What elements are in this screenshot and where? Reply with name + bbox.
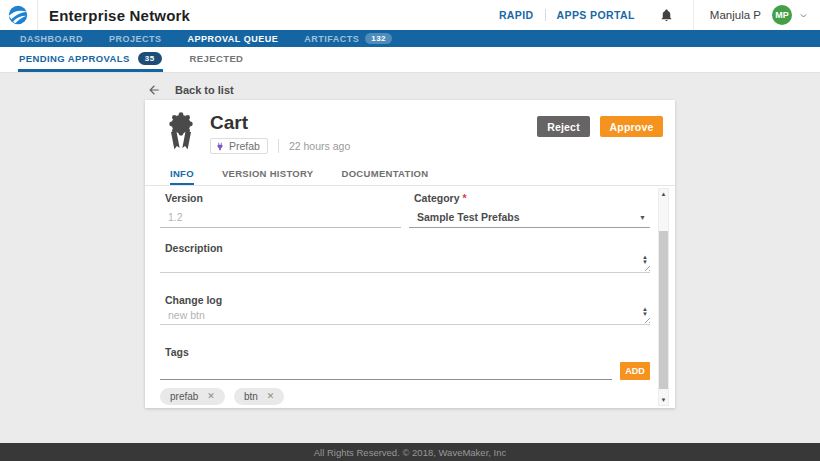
changelog-label: Change log — [165, 294, 650, 306]
card-title-block: Cart Prefab 22 hours ago — [210, 112, 350, 164]
form-row-version-category: Version 1.2 Category* Sample Test Prefab… — [160, 192, 650, 228]
wavemaker-logo-icon[interactable] — [8, 5, 28, 25]
content-area: Back to list Cart — [0, 73, 820, 443]
artifact-meta: Prefab 22 hours ago — [210, 138, 350, 154]
plug-icon — [215, 141, 225, 151]
version-label: Version — [165, 192, 401, 204]
nav-item-projects[interactable]: PROJECTS — [109, 34, 162, 44]
info-form: Version 1.2 Category* Sample Test Prefab… — [145, 186, 675, 408]
approval-card: Cart Prefab 22 hours ago Reject — [145, 100, 675, 408]
remove-tag-icon[interactable]: ✕ — [267, 392, 275, 401]
header-right: RAPID APPS PORTAL Manjula P MP — [488, 0, 808, 30]
artifacts-count-badge: 132 — [365, 33, 392, 44]
action-buttons: Reject Approve — [537, 112, 663, 164]
app-title: Enterprise Network — [49, 7, 190, 24]
top-header: Enterprise Network RAPID APPS PORTAL Man… — [0, 0, 820, 30]
version-input: 1.2 — [160, 206, 401, 228]
type-badge: Prefab — [210, 138, 268, 154]
tag-chips: prefab ✕ btn ✕ — [160, 388, 650, 405]
chevron-down-icon — [799, 11, 808, 20]
user-menu[interactable]: Manjula P MP — [710, 5, 808, 25]
tags-label: Tags — [165, 346, 650, 358]
stepper-down-icon: ▼ — [642, 312, 648, 317]
tags-row: ADD — [160, 362, 650, 380]
notifications-button[interactable] — [660, 8, 673, 22]
bell-icon — [660, 8, 673, 22]
tab-version-history[interactable]: VERSION HISTORY — [222, 164, 314, 185]
description-textarea[interactable]: ▲▼ — [160, 256, 650, 273]
description-label: Description — [165, 242, 650, 254]
sub-nav: PENDING APPROVALS 35 REJECTED — [0, 47, 820, 73]
tag-chip: btn ✕ — [234, 388, 284, 405]
tab-info[interactable]: INFO — [170, 164, 194, 185]
stepper-down-icon: ▼ — [642, 260, 648, 265]
stepper-icons[interactable]: ▲▼ — [642, 307, 648, 317]
pending-count-badge: 35 — [138, 52, 162, 65]
tab-documentation[interactable]: DOCUMENTATION — [342, 164, 429, 185]
scrollbar-thumb[interactable] — [659, 231, 668, 389]
category-select[interactable]: Sample Test Prefabs ▼ — [409, 206, 650, 228]
user-divider — [693, 0, 694, 30]
form-fields: Version 1.2 Category* Sample Test Prefab… — [160, 186, 650, 405]
timestamp: 22 hours ago — [289, 140, 350, 152]
required-marker: * — [463, 192, 467, 204]
avatar: MP — [772, 5, 792, 25]
version-field-group: Version 1.2 — [160, 192, 401, 228]
tag-chip: prefab ✕ — [160, 388, 225, 405]
copyright-text: All Rights Reserved. © 2018, WaveMaker, … — [314, 447, 507, 458]
caret-down-icon: ▼ — [639, 214, 646, 221]
reject-button[interactable]: Reject — [537, 116, 590, 137]
nav-item-dashboard[interactable]: DASHBOARD — [20, 34, 83, 44]
changelog-textarea[interactable]: new btn ▲▼ — [160, 308, 650, 325]
tab-pending-approvals[interactable]: PENDING APPROVALS 35 — [18, 47, 163, 72]
category-field-group: Category* Sample Test Prefabs ▼ — [409, 192, 650, 228]
meta-divider — [278, 139, 279, 153]
page-footer: All Rights Reserved. © 2018, WaveMaker, … — [0, 443, 820, 461]
main-nav: DASHBOARD PROJECTS APPROVAL QUEUE ARTIFA… — [0, 30, 820, 47]
nav-item-approval-queue[interactable]: APPROVAL QUEUE — [188, 34, 279, 44]
nav-item-artifacts[interactable]: ARTIFACTS 132 — [304, 33, 392, 44]
changelog-field-group: Change log new btn ▲▼ — [160, 294, 650, 325]
form-scrollbar[interactable]: ▲ ▼ — [658, 188, 669, 406]
page: Enterprise Network RAPID APPS PORTAL Man… — [0, 0, 820, 461]
tags-input[interactable] — [160, 363, 612, 380]
add-tag-button[interactable]: ADD — [620, 362, 650, 380]
header-divider — [37, 0, 38, 30]
award-ribbon-icon — [165, 112, 197, 152]
tab-rejected[interactable]: REJECTED — [189, 47, 245, 72]
scroll-up-icon[interactable]: ▲ — [659, 189, 668, 199]
user-name: Manjula P — [710, 9, 761, 21]
artifact-title: Cart — [210, 112, 350, 134]
stepper-icons[interactable]: ▲▼ — [642, 255, 648, 265]
tags-field-group: Tags ADD prefab ✕ btn ✕ — [160, 346, 650, 405]
scroll-down-icon[interactable]: ▼ — [659, 395, 668, 405]
approve-button[interactable]: Approve — [600, 116, 663, 137]
card-header: Cart Prefab 22 hours ago Reject — [145, 100, 675, 164]
apps-portal-link[interactable]: APPS PORTAL — [546, 9, 646, 21]
description-field-group: Description ▲▼ — [160, 242, 650, 273]
back-arrow-icon — [147, 83, 161, 97]
category-label: Category* — [414, 192, 650, 204]
back-to-list-link[interactable]: Back to list — [147, 83, 234, 97]
rapid-link[interactable]: RAPID — [488, 9, 545, 21]
remove-tag-icon[interactable]: ✕ — [207, 392, 215, 401]
card-tabs: INFO VERSION HISTORY DOCUMENTATION — [145, 164, 675, 186]
